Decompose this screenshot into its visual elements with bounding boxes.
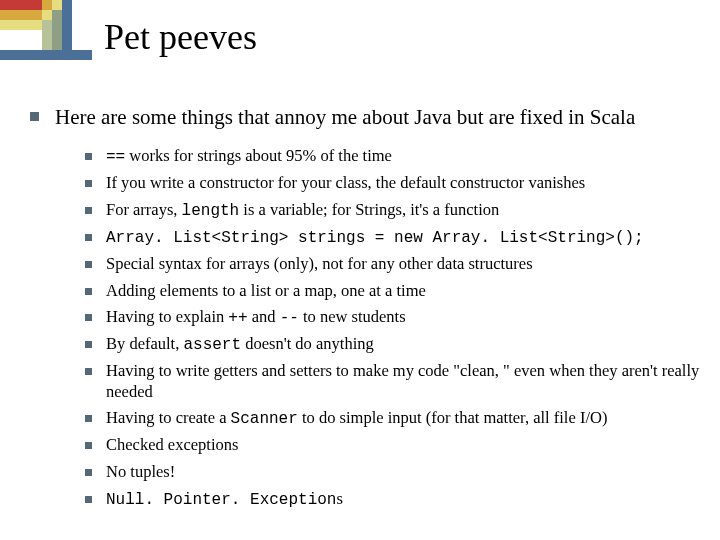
svg-rect-2 — [52, 0, 62, 10]
list-item-text: Null. Pointer. Exceptions — [106, 489, 343, 510]
list-item-text: Special syntax for arrays (only), not fo… — [106, 254, 533, 275]
bullet-icon — [85, 442, 92, 449]
list-item: Having to explain ++ and -- to new stude… — [85, 307, 706, 328]
list-item: Null. Pointer. Exceptions — [85, 489, 706, 510]
sub-list: == works for strings about 95% of the ti… — [85, 146, 706, 509]
bullet-icon — [85, 496, 92, 503]
intro-row: Here are some things that annoy me about… — [30, 104, 706, 130]
slide-logo — [0, 0, 92, 64]
list-item: Adding elements to a list or a map, one … — [85, 281, 706, 302]
list-item: Array. List<String> strings = new Array.… — [85, 227, 706, 248]
list-item: For arrays, length is a variable; for St… — [85, 200, 706, 221]
svg-rect-3 — [0, 10, 42, 20]
list-item: If you write a constructor for your clas… — [85, 173, 706, 194]
bullet-icon — [85, 288, 92, 295]
svg-rect-1 — [42, 0, 52, 10]
main-content: Here are some things that annoy me about… — [30, 104, 706, 516]
bullet-icon — [85, 153, 92, 160]
bullet-icon — [85, 180, 92, 187]
list-item-text: If you write a constructor for your clas… — [106, 173, 585, 194]
list-item-text: == works for strings about 95% of the ti… — [106, 146, 392, 167]
bullet-icon — [85, 469, 92, 476]
list-item-text: Having to create a Scanner to do simple … — [106, 408, 607, 429]
list-item-text: For arrays, length is a variable; for St… — [106, 200, 499, 221]
bullet-icon — [85, 234, 92, 241]
list-item-text: Having to explain ++ and -- to new stude… — [106, 307, 406, 328]
bullet-icon — [30, 112, 39, 121]
list-item: By default, assert doesn't do anything — [85, 334, 706, 355]
slide-title: Pet peeves — [104, 16, 257, 58]
list-item: == works for strings about 95% of the ti… — [85, 146, 706, 167]
list-item: Having to create a Scanner to do simple … — [85, 408, 706, 429]
bullet-icon — [85, 314, 92, 321]
list-item: Special syntax for arrays (only), not fo… — [85, 254, 706, 275]
list-item-text: Adding elements to a list or a map, one … — [106, 281, 426, 302]
intro-text: Here are some things that annoy me about… — [55, 104, 635, 130]
svg-rect-4 — [42, 10, 52, 20]
svg-rect-8 — [62, 0, 72, 50]
list-item-text: Having to write getters and setters to m… — [106, 361, 706, 402]
list-item-text: Array. List<String> strings = new Array.… — [106, 227, 644, 248]
svg-rect-6 — [42, 20, 52, 50]
svg-rect-5 — [0, 20, 42, 30]
list-item-text: Checked exceptions — [106, 435, 238, 456]
svg-rect-9 — [0, 50, 92, 60]
list-item-text: By default, assert doesn't do anything — [106, 334, 374, 355]
list-item: Checked exceptions — [85, 435, 706, 456]
bullet-icon — [85, 261, 92, 268]
bullet-icon — [85, 415, 92, 422]
bullet-icon — [85, 207, 92, 214]
list-item: No tuples! — [85, 462, 706, 483]
svg-rect-0 — [0, 0, 42, 10]
list-item: Having to write getters and setters to m… — [85, 361, 706, 402]
bullet-icon — [85, 341, 92, 348]
list-item-text: No tuples! — [106, 462, 175, 483]
svg-rect-7 — [52, 10, 62, 50]
bullet-icon — [85, 368, 92, 375]
